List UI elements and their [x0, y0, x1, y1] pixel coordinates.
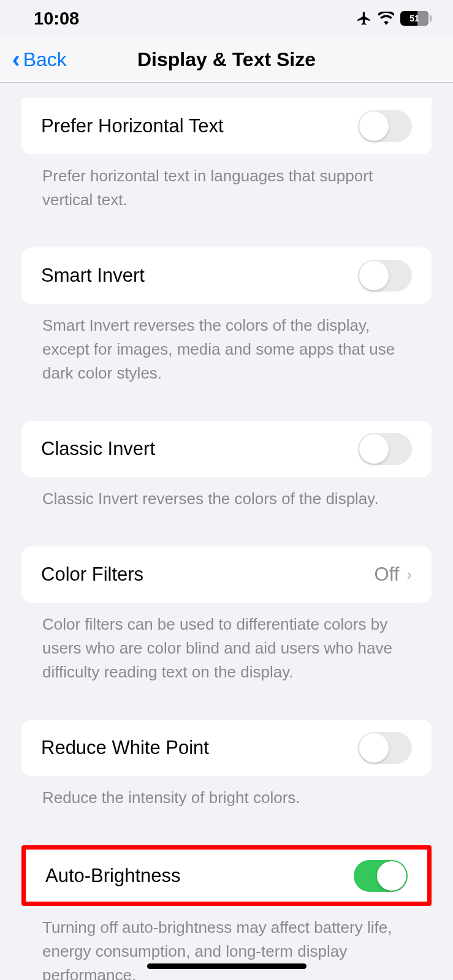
reduce-white-point-row[interactable]: Reduce White Point	[21, 720, 432, 776]
classic-invert-row[interactable]: Classic Invert	[21, 421, 432, 477]
status-time: 10:08	[34, 9, 79, 29]
highlighted-setting: Auto-Brightness	[21, 845, 432, 906]
setting-footer: Classic Invert reverses the colors of th…	[21, 477, 432, 511]
prefer-horizontal-text-row[interactable]: Prefer Horizontal Text	[21, 98, 432, 154]
wifi-icon	[378, 12, 394, 25]
home-indicator[interactable]	[147, 963, 306, 969]
setting-label: Prefer Horizontal Text	[41, 115, 224, 137]
setting-footer: Smart Invert reverses the colors of the …	[21, 304, 432, 385]
prefer-horizontal-text-toggle[interactable]	[358, 110, 412, 142]
setting-footer: Prefer horizontal text in languages that…	[21, 154, 432, 212]
back-button[interactable]: ‹ Back	[12, 48, 67, 71]
setting-value: Off	[375, 564, 400, 586]
setting-label: Color Filters	[41, 564, 143, 586]
status-bar: 10:08 51	[0, 0, 453, 37]
chevron-right-icon: ›	[406, 565, 412, 584]
smart-invert-toggle[interactable]	[358, 260, 412, 292]
smart-invert-row[interactable]: Smart Invert	[21, 247, 432, 304]
setting-label: Reduce White Point	[41, 737, 209, 759]
setting-footer: Color filters can be used to differentia…	[21, 603, 432, 684]
reduce-white-point-toggle[interactable]	[358, 732, 412, 764]
status-icons: 51	[356, 10, 428, 26]
battery-icon: 51	[400, 11, 428, 26]
classic-invert-toggle[interactable]	[358, 433, 412, 465]
airplane-mode-icon	[356, 10, 372, 26]
battery-level: 51	[409, 13, 419, 23]
setting-label: Classic Invert	[41, 438, 155, 460]
back-label: Back	[23, 48, 67, 71]
auto-brightness-row[interactable]: Auto-Brightness	[26, 850, 427, 902]
page-title: Display & Text Size	[0, 48, 453, 71]
color-filters-row[interactable]: Color Filters Off ›	[21, 546, 432, 603]
auto-brightness-toggle[interactable]	[354, 860, 408, 892]
setting-footer: Reduce the intensity of bright colors.	[21, 776, 432, 810]
setting-label: Auto-Brightness	[45, 865, 181, 887]
navigation-bar: ‹ Back Display & Text Size	[0, 37, 453, 83]
chevron-left-icon: ‹	[12, 48, 20, 71]
setting-label: Smart Invert	[41, 265, 145, 287]
